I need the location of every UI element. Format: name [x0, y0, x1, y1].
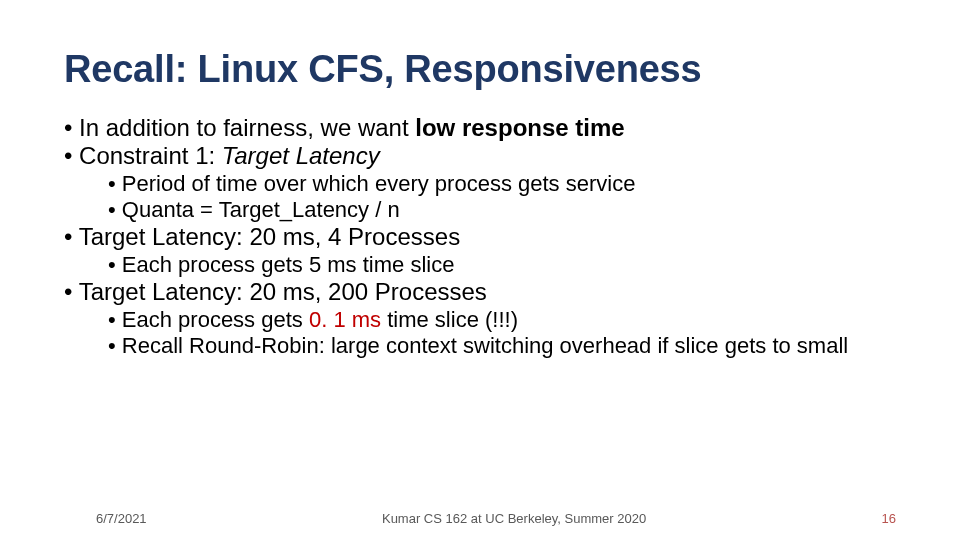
bullet-level1: Target Latency: 20 ms, 4 Processes: [64, 223, 896, 252]
slide-title: Recall: Linux CFS, Responsiveness: [64, 48, 896, 92]
text: In addition to fairness, we want: [79, 114, 415, 141]
bullet-level1: Target Latency: 20 ms, 200 Processes: [64, 278, 896, 307]
bullet-level2: Recall Round-Robin: large context switch…: [64, 333, 896, 359]
bold-text: low response time: [415, 114, 624, 141]
slide: Recall: Linux CFS, Responsiveness In add…: [0, 0, 960, 540]
footer-slidenum: 16: [882, 511, 896, 526]
text: Target Latency: 20 ms, 200 Processes: [79, 278, 487, 305]
text: Recall Round-Robin: large context switch…: [122, 333, 848, 358]
text: time slice (!!!): [387, 307, 518, 332]
red-text: 0. 1 ms: [309, 307, 387, 332]
text: Quanta = Target_Latency / n: [122, 197, 400, 222]
text: Constraint 1:: [79, 142, 222, 169]
bullet-level2: Period of time over which every process …: [64, 171, 896, 197]
text: Period of time over which every process …: [122, 171, 636, 196]
bullet-level2: Each process gets 0. 1 ms time slice (!!…: [64, 307, 896, 333]
footer-center: Kumar CS 162 at UC Berkeley, Summer 2020: [382, 511, 646, 526]
italic-text: Target Latency: [222, 142, 380, 169]
text: Each process gets: [122, 307, 309, 332]
bullet-level1: In addition to fairness, we want low res…: [64, 114, 896, 143]
text: Target Latency: 20 ms, 4 Processes: [79, 223, 461, 250]
bullet-level2: Quanta = Target_Latency / n: [64, 197, 896, 223]
slide-footer: 6/7/2021 Kumar CS 162 at UC Berkeley, Su…: [0, 511, 960, 526]
bullet-level2: Each process gets 5 ms time slice: [64, 252, 896, 278]
footer-date: 6/7/2021: [96, 511, 147, 526]
text: Each process gets 5 ms time slice: [122, 252, 455, 277]
bullet-level1: Constraint 1: Target Latency: [64, 142, 896, 171]
